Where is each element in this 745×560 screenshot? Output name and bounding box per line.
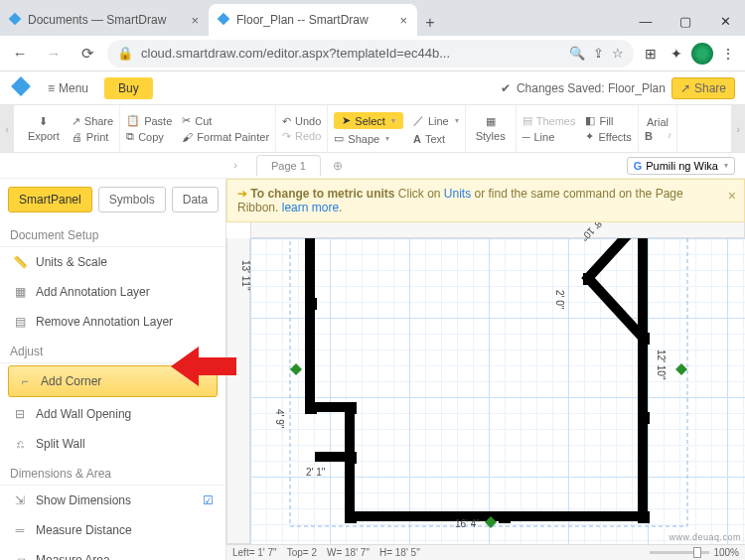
ribbon-scroll-right[interactable]: › — [731, 105, 745, 152]
cut-icon: ✂ — [182, 114, 191, 127]
cursor-icon: ➤ — [342, 114, 351, 127]
line-icon: ／ — [413, 113, 424, 128]
canvas[interactable]: ➔ To change to metric units Click on Uni… — [226, 179, 745, 560]
browser-tab-inactive[interactable]: Documents — SmartDraw × — [0, 4, 209, 36]
themes-button[interactable]: ▤Themes — [522, 114, 576, 127]
tab-smartpanel[interactable]: SmartPanel — [8, 187, 92, 212]
search-icon[interactable]: 🔍 — [569, 46, 585, 61]
export-button[interactable]: ⬇Export — [24, 115, 64, 142]
main-area: SmartPanel Symbols Data ✖ Document Setup… — [0, 179, 745, 560]
maximize-button[interactable]: ▢ — [666, 6, 705, 36]
tab-symbols[interactable]: Symbols — [98, 187, 166, 212]
redo-icon: ↷ — [282, 130, 291, 143]
dim-label: 2' 0" — [554, 290, 565, 309]
browser-tab-active[interactable]: Floor_Plan -- SmartDraw × — [209, 4, 417, 36]
checkbox-checked-icon[interactable]: ☑ — [203, 493, 214, 507]
shape-icon: ▭ — [334, 132, 344, 145]
share-button[interactable]: ↗Share — [671, 77, 735, 99]
paste-button[interactable]: 📋Paste — [126, 114, 172, 127]
share-icon: ↗ — [72, 115, 80, 128]
print-button[interactable]: 🖨Print — [72, 131, 113, 143]
redo-button[interactable]: ↷Redo — [282, 130, 321, 143]
hint-bar: ➔ To change to metric units Click on Uni… — [226, 179, 745, 222]
back-button[interactable]: ← — [6, 40, 34, 68]
close-icon[interactable]: × — [189, 13, 201, 28]
item-split-wall[interactable]: ⎌Split Wall — [0, 429, 225, 459]
extensions-puzzle-icon[interactable]: ✦ — [666, 43, 687, 65]
font-selector[interactable]: Arial — [647, 116, 669, 128]
svg-rect-9 — [499, 511, 511, 523]
text-tool[interactable]: AText — [413, 133, 459, 145]
menu-button[interactable]: ≡Menu — [42, 77, 94, 99]
svg-rect-13 — [583, 273, 595, 285]
new-tab-button[interactable]: + — [417, 10, 443, 36]
measure-icon: ═ — [12, 522, 28, 538]
themes-icon: ▤ — [522, 114, 532, 127]
zoom-slider[interactable] — [650, 551, 709, 554]
print-icon: 🖨 — [72, 131, 82, 143]
copy-button[interactable]: ⧉Copy — [126, 130, 172, 143]
line-style-button[interactable]: ─Line — [522, 131, 576, 143]
effects-button[interactable]: ✦Effects — [585, 130, 631, 143]
red-arrow-annotation — [171, 342, 240, 391]
extension-icon[interactable]: ⊞ — [640, 43, 662, 65]
hint-close-button[interactable]: × — [728, 188, 736, 204]
bold-button[interactable]: B — [645, 130, 653, 142]
tab-data[interactable]: Data — [172, 187, 219, 212]
corner-icon: ⌐ — [17, 373, 33, 389]
watermark: www.deuaq.com — [669, 532, 741, 542]
language-picker[interactable]: G Pumili ng Wika ▾ — [627, 157, 735, 175]
styles-button[interactable]: ▦Styles — [472, 115, 510, 142]
svg-marker-15 — [290, 363, 302, 375]
star-icon[interactable]: ☆ — [612, 46, 624, 61]
select-tool[interactable]: ➤Select▾ — [334, 112, 403, 129]
shape-tool[interactable]: ▭Shape▾ — [334, 132, 403, 145]
browser-address-bar: ← → ⟳ 🔒 cloud.smartdraw.com/editor.aspx?… — [0, 36, 745, 71]
close-icon[interactable]: × — [397, 13, 409, 28]
chrome-menu-icon[interactable]: ⋮ — [717, 43, 739, 65]
learn-more-link[interactable]: learn more — [282, 201, 339, 214]
format-painter-button[interactable]: 🖌Format Painter — [182, 131, 269, 143]
smartdraw-favicon-icon — [8, 12, 22, 29]
undo-button[interactable]: ↶Undo — [282, 115, 321, 128]
url-text: cloud.smartdraw.com/editor.aspx?template… — [141, 46, 561, 61]
item-remove-annotation[interactable]: ▤Remove Annotation Layer — [0, 307, 225, 337]
share-ribbon-button[interactable]: ↗Share — [72, 115, 113, 128]
item-add-wall-opening[interactable]: ⊟Add Wall Opening — [0, 399, 225, 429]
page-tab-1[interactable]: Page 1 — [256, 155, 321, 176]
tab-title: Documents — SmartDraw — [28, 13, 183, 27]
svg-rect-4 — [305, 298, 317, 310]
share-url-icon[interactable]: ⇪ — [593, 46, 604, 61]
url-box[interactable]: 🔒 cloud.smartdraw.com/editor.aspx?templa… — [107, 40, 634, 68]
svg-rect-12 — [638, 333, 650, 345]
status-left: Left= 1' 7" — [232, 547, 277, 558]
reload-button[interactable]: ⟳ — [74, 40, 101, 68]
section-document-setup: Document Setup — [0, 220, 225, 247]
units-link[interactable]: Units — [444, 187, 471, 201]
add-page-button[interactable]: ⊕ — [333, 159, 343, 173]
line-tool[interactable]: ／Line▾ — [413, 113, 459, 128]
minimize-button[interactable]: — — [626, 6, 666, 36]
copy-icon: ⧉ — [126, 130, 134, 143]
forward-button[interactable]: → — [40, 40, 68, 68]
item-add-annotation[interactable]: ▦Add Annotation Layer — [0, 277, 225, 307]
status-bar: Left= 1' 7" Top= 2 W= 18' 7" H= 18' 5" 1… — [226, 544, 745, 560]
profile-avatar[interactable] — [691, 43, 713, 65]
download-icon: ⬇ — [39, 115, 48, 128]
buy-button[interactable]: Buy — [104, 77, 153, 99]
split-icon: ⎌ — [12, 436, 28, 452]
item-show-dimensions[interactable]: ⇲Show Dimensions☑ — [0, 486, 225, 515]
svg-marker-2 — [11, 76, 31, 96]
item-measure-distance[interactable]: ═Measure Distance — [0, 515, 225, 545]
item-units-scale[interactable]: 📏Units & Scale — [0, 247, 225, 277]
dim-label: 2' 1" — [306, 467, 325, 478]
svg-rect-7 — [345, 452, 357, 464]
panel-collapse-toggle[interactable]: › — [226, 153, 244, 178]
window-controls: — ▢ ✕ — [626, 6, 745, 36]
rulers: 13' 11" 4' 9" 2' 1" 8' 10" 2' 0" 12' 10"… — [226, 220, 745, 544]
close-window-button[interactable]: ✕ — [705, 6, 745, 36]
fill-button[interactable]: ◧Fill — [585, 114, 631, 127]
cut-button[interactable]: ✂Cut — [182, 114, 269, 127]
ribbon-scroll-left[interactable]: ‹ — [0, 105, 14, 152]
item-measure-area[interactable]: ▱Measure Area — [0, 545, 225, 560]
